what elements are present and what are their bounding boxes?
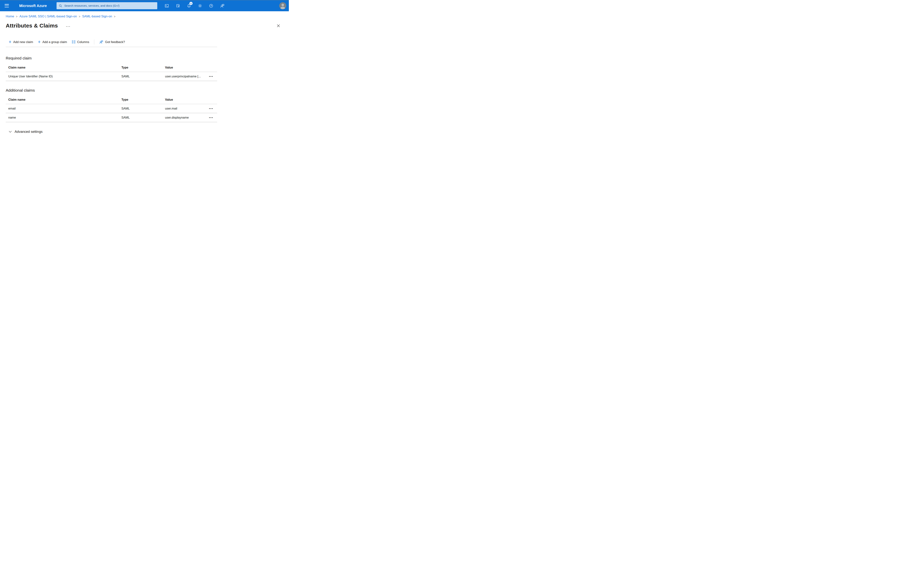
header-actions: 6 ?	[163, 2, 226, 10]
title-more-icon[interactable]: ···	[66, 25, 71, 28]
additional-claims-section: Additional claims Claim name Type Value …	[0, 88, 289, 122]
got-feedback-button[interactable]: Got feedback?	[99, 40, 125, 44]
table-header-row: Claim name Type Value	[6, 95, 217, 104]
search-icon	[59, 4, 62, 8]
page-title: Attributes & Claims	[6, 22, 58, 29]
help-button[interactable]: ?	[207, 2, 215, 10]
cell-type: SAML	[121, 116, 165, 119]
add-new-claim-button[interactable]: + Add new claim	[9, 40, 33, 44]
notification-badge: 6	[190, 2, 193, 5]
advanced-settings-toggle[interactable]: Advanced settings	[9, 130, 289, 134]
global-search[interactable]	[56, 2, 157, 9]
directory-filter-icon	[176, 3, 180, 8]
breadcrumb-separator-icon: >	[79, 14, 80, 19]
chevron-down-icon	[9, 131, 12, 133]
cell-value: user.displayname	[165, 116, 209, 119]
add-group-claim-button[interactable]: + Add a group claim	[38, 40, 67, 44]
table-row[interactable]: email SAML user.mail •••	[6, 104, 217, 113]
column-header-claim-name: Claim name	[6, 66, 121, 69]
settings-button[interactable]	[196, 2, 204, 10]
top-bar: Microsoft Azure	[0, 0, 289, 11]
column-header-value: Value	[165, 66, 209, 69]
plus-icon: +	[38, 40, 41, 44]
command-bar: + Add new claim + Add a group claim Colu…	[9, 39, 289, 45]
cell-type: SAML	[121, 107, 165, 110]
breadcrumb: Home > Azure SAML SSO | SAML-based Sign-…	[6, 15, 289, 18]
row-context-menu-icon[interactable]: •••	[209, 116, 217, 119]
cell-claim-name: email	[6, 107, 121, 110]
cell-claim-name: Unique User Identifier (Name ID)	[6, 75, 121, 78]
column-header-type: Type	[121, 66, 165, 69]
table-header-row: Claim name Type Value	[6, 63, 217, 72]
cell-type: SAML	[121, 75, 165, 78]
toolbar-rule	[6, 47, 217, 47]
toolbar-divider	[94, 39, 94, 44]
avatar[interactable]	[279, 2, 286, 9]
feedback-person-icon	[220, 3, 224, 8]
got-feedback-label: Got feedback?	[105, 40, 125, 44]
settings-gear-icon	[198, 3, 202, 8]
required-claim-table: Claim name Type Value Unique User Identi…	[6, 63, 217, 81]
add-new-claim-label: Add new claim	[13, 40, 33, 44]
notifications-button[interactable]: 6	[185, 2, 193, 10]
cell-value: user.mail	[165, 107, 209, 110]
column-header-type: Type	[121, 98, 165, 101]
columns-button[interactable]: Columns	[72, 40, 89, 44]
cell-value: user.userprincipalname [...	[165, 75, 209, 78]
close-icon	[277, 24, 280, 28]
directory-filter-button[interactable]	[174, 2, 182, 10]
search-input[interactable]	[64, 4, 155, 8]
row-context-menu-icon[interactable]: •••	[209, 75, 217, 78]
breadcrumb-separator-icon: >	[16, 14, 17, 19]
row-context-menu-icon[interactable]: •••	[209, 107, 217, 110]
add-group-claim-label: Add a group claim	[43, 40, 67, 44]
cloud-shell-button[interactable]	[163, 2, 170, 10]
breadcrumb-link-saml-sign-on[interactable]: SAML-based Sign-on	[82, 15, 112, 18]
column-header-value: Value	[165, 98, 209, 101]
table-row[interactable]: Unique User Identifier (Name ID) SAML us…	[6, 72, 217, 81]
plus-icon: +	[9, 40, 12, 44]
cell-claim-name: name	[6, 116, 121, 119]
required-claim-heading: Required claim	[6, 56, 289, 61]
hamburger-menu-icon[interactable]	[5, 4, 9, 7]
help-icon: ?	[209, 3, 213, 8]
breadcrumb-separator-icon: >	[114, 14, 116, 19]
table-row[interactable]: name SAML user.displayname •••	[6, 113, 217, 122]
breadcrumb-link-home[interactable]: Home	[6, 15, 14, 18]
svg-text:?: ?	[210, 5, 211, 7]
page-header: Attributes & Claims ···	[6, 22, 281, 29]
columns-label: Columns	[77, 40, 89, 44]
breadcrumb-link-app-sign-on[interactable]: Azure SAML SSO | SAML-based Sign-on	[20, 15, 77, 18]
close-button[interactable]	[276, 23, 281, 28]
brand-title[interactable]: Microsoft Azure	[19, 0, 47, 11]
columns-icon	[72, 41, 75, 43]
advanced-settings-label: Advanced settings	[15, 130, 43, 134]
required-claim-section: Required claim Claim name Type Value Uni…	[0, 56, 289, 81]
got-feedback-icon	[99, 40, 103, 44]
azure-portal-page: Microsoft Azure	[0, 0, 289, 146]
cloud-shell-icon	[165, 3, 169, 8]
additional-claims-table: Claim name Type Value email SAML user.ma…	[6, 95, 217, 122]
additional-claims-heading: Additional claims	[6, 88, 289, 93]
feedback-button[interactable]	[218, 2, 226, 10]
avatar-person-icon	[279, 2, 286, 9]
column-header-claim-name: Claim name	[6, 98, 121, 101]
